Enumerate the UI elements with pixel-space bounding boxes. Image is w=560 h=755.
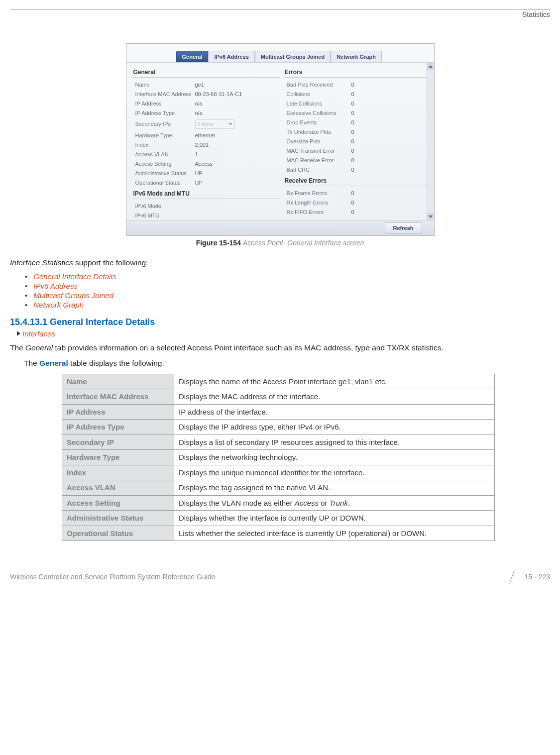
link-general-interface-details[interactable]: General Interface Details <box>33 272 116 281</box>
left-column: General Namege1 Interface MAC Address00-… <box>130 66 282 220</box>
row-mac-rx-error: MAC Receive Error0 <box>284 155 431 165</box>
tab-network-graph[interactable]: Network Graph <box>331 51 382 62</box>
intro-rest: support the following: <box>73 258 148 267</box>
scroll-up-button[interactable] <box>427 63 434 70</box>
row-name: Namege1 <box>132 80 280 89</box>
value: Access <box>195 161 277 167</box>
label: IPv6 MTU <box>135 213 195 218</box>
tab-bar: General IPv6 Address Multicast Groups Jo… <box>126 44 434 62</box>
header-divider <box>10 9 550 9</box>
value: 00-23-68-31-1A-C1 <box>195 91 277 97</box>
text: The <box>10 343 25 352</box>
value: 0 items <box>195 119 277 129</box>
label: Bad CRC <box>287 167 351 173</box>
tab-multicast-groups[interactable]: Multicast Groups Joined <box>255 51 331 62</box>
right-column: Errors Bad Pkts Received0 Collisions0 La… <box>282 66 433 220</box>
footer-slash-icon <box>503 571 523 583</box>
label: Hardware Type <box>135 132 195 138</box>
row-access-setting: Access SettingAccess <box>132 159 280 168</box>
value: ge1 <box>195 82 277 88</box>
cell-label: Hardware Type <box>62 450 174 465</box>
group-general-title: General <box>132 68 280 78</box>
label: Rx Frame Errors <box>287 190 351 196</box>
row-ipv6-mtu: IPv6 MTU <box>132 211 280 220</box>
page-footer: Wireless Controller and Service Platform… <box>10 571 550 583</box>
cell-label: Index <box>62 465 174 480</box>
bullet-icon: • <box>25 282 27 290</box>
value: 0 <box>351 167 428 173</box>
button-bar: Refresh <box>126 220 434 235</box>
row-index: Index2,001 <box>132 140 280 149</box>
label: MAC Transmit Error <box>287 148 351 154</box>
screenshot-panel: General IPv6 Address Multicast Groups Jo… <box>126 43 435 236</box>
secondary-ips-dropdown[interactable]: 0 items <box>195 119 235 129</box>
value: 0 <box>351 148 428 154</box>
cell-label: IP Address <box>62 404 174 420</box>
bullet-icon: • <box>25 291 27 300</box>
cell-desc: Displays the IP address type, either IPv… <box>174 420 495 435</box>
label: IPv6 Mode <box>135 203 195 209</box>
tab-ipv6-address[interactable]: IPv6 Address <box>208 51 254 62</box>
tab-general[interactable]: General <box>176 51 209 62</box>
value: n/a <box>195 110 277 116</box>
value: n/a <box>195 101 277 107</box>
row-secondary-ips: Secondary IPs 0 items <box>132 117 280 130</box>
text-bold: General <box>39 359 68 367</box>
value: 0 <box>351 190 428 196</box>
row-mac-tx-error: MAC Transmit Error0 <box>284 146 431 155</box>
cell-label: Access VLAN <box>62 480 174 496</box>
label: Secondary IPs <box>135 121 195 127</box>
refresh-button[interactable]: Refresh <box>385 222 422 233</box>
row-late-collisions: Late Collisions0 <box>284 99 431 108</box>
arrow-down-icon <box>429 216 433 218</box>
value: 0 <box>351 119 428 125</box>
link-multicast-groups-joined[interactable]: Multicast Groups Joined <box>33 291 113 300</box>
chevron-down-icon <box>228 123 232 125</box>
cell-label: Interface MAC Address <box>62 389 174 405</box>
row-ip-type: IP Address Typen/a <box>132 108 280 117</box>
figure-description: Access Point- General Interface screen <box>243 239 364 247</box>
dropdown-placeholder: 0 items <box>198 121 214 127</box>
group-ipv6-title: IPv6 Mode and MTU <box>132 189 280 199</box>
link-ipv6-address[interactable]: IPv6 Address <box>33 282 78 290</box>
value: 0 <box>351 157 428 163</box>
value: 0 <box>351 82 428 88</box>
row-bad-pkts: Bad Pkts Received0 <box>284 80 431 89</box>
list-item: •IPv6 Address <box>25 282 550 290</box>
label: Interface MAC Address <box>135 91 195 97</box>
scrollbar[interactable] <box>427 63 434 220</box>
label: IP Address Type <box>135 110 195 116</box>
link-network-graph[interactable]: Network Graph <box>33 301 84 309</box>
breadcrumb-link[interactable]: Interfaces <box>22 329 55 338</box>
cell-desc: Displays the tag assigned to the native … <box>174 480 495 496</box>
label: Tx Undersize Pkts <box>287 129 351 135</box>
group-errors-title: Errors <box>284 68 431 78</box>
scroll-down-button[interactable] <box>427 213 434 220</box>
row-bad-crc: Bad CRC0 <box>284 165 431 174</box>
breadcrumb: Interfaces <box>17 329 550 338</box>
row-rx-fifo: Rx FIFO Errors0 <box>284 207 431 216</box>
value: 2,001 <box>195 142 277 148</box>
value: UP <box>195 180 277 186</box>
section-heading: 15.4.13.1 General Interface Details <box>10 317 550 327</box>
figure-number: Figure 15-154 <box>196 239 241 247</box>
cell-label: Secondary IP <box>62 434 174 450</box>
description-table: NameDisplays the name of the Access Poin… <box>62 374 495 541</box>
value: 1 <box>195 151 277 157</box>
group-receive-errors-title: Receive Errors <box>284 176 431 186</box>
row-oversize: Oversize Pkts0 <box>284 136 431 146</box>
table-row: IP Address TypeDisplays the IP address t… <box>62 420 495 435</box>
bullet-icon: • <box>25 272 27 281</box>
label: Access Setting <box>135 161 195 167</box>
table-row: IP AddressIP address of the interface. <box>62 404 495 420</box>
footer-left: Wireless Controller and Service Platform… <box>10 573 215 581</box>
label: Drop Events <box>287 119 351 125</box>
label: Index <box>135 142 195 148</box>
row-access-vlan: Access VLAN1 <box>132 149 280 159</box>
row-hw-type: Hardware Typeethernet <box>132 130 280 140</box>
text: table displays the following: <box>68 359 164 367</box>
value: 0 <box>351 101 428 107</box>
row-oper-status: Operational StatusUP <box>132 178 280 187</box>
cell-desc: Displays whether the interface is curren… <box>174 511 495 526</box>
text: The <box>24 359 39 367</box>
